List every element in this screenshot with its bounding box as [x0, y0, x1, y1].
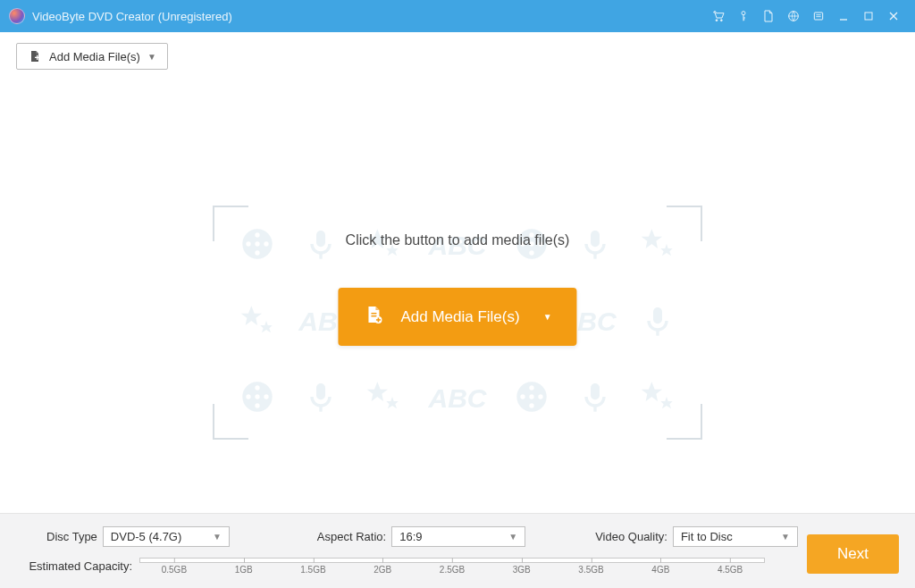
- svg-rect-32: [591, 231, 600, 247]
- stars-icon: [640, 226, 676, 265]
- svg-marker-36: [241, 306, 262, 325]
- capacity-bar: 0.5GB1GB1.5GB2GB2.5GB3GB3.5GB4GB4.5GB: [139, 558, 765, 574]
- film-reel-icon: [239, 226, 275, 265]
- video-quality-value: Fit to Disc: [681, 530, 733, 543]
- mic-icon: [303, 379, 339, 417]
- svg-point-18: [255, 250, 259, 255]
- svg-marker-35: [660, 244, 672, 256]
- capacity-tick: 0.5GB: [162, 565, 187, 575]
- svg-point-64: [538, 394, 542, 399]
- globe-icon[interactable]: [781, 4, 806, 29]
- svg-rect-74: [376, 319, 381, 321]
- svg-rect-56: [316, 383, 325, 399]
- mic-icon: [577, 226, 613, 265]
- svg-marker-34: [642, 229, 662, 248]
- svg-point-53: [246, 394, 250, 399]
- svg-rect-11: [865, 13, 872, 20]
- app-title: VideoByte DVD Creator (Unregistered): [32, 10, 232, 23]
- file-add-icon: [28, 49, 42, 63]
- svg-point-63: [520, 394, 525, 399]
- aspect-ratio-select[interactable]: 16:9 ▼: [391, 526, 525, 547]
- capacity-tick: 2.5GB: [440, 565, 465, 575]
- svg-rect-66: [591, 383, 600, 399]
- titlebar: VideoByte DVD Creator (Unregistered): [0, 0, 915, 32]
- disc-type-value: DVD-5 (4.7G): [111, 530, 181, 543]
- capacity-tick: 1.5GB: [300, 565, 325, 575]
- capacity-tick: 3.5GB: [578, 565, 603, 575]
- add-media-button-top[interactable]: Add Media File(s) ▼: [16, 43, 168, 70]
- cart-icon[interactable]: [706, 4, 731, 29]
- center-prompt: Click the button to add media file(s) Ad…: [338, 232, 576, 346]
- capacity-tick: 3GB: [513, 565, 531, 575]
- next-button[interactable]: Next: [807, 534, 899, 574]
- file-icon[interactable]: [756, 4, 781, 29]
- svg-point-62: [529, 403, 533, 407]
- capacity-tick: 2GB: [374, 565, 391, 575]
- mic-icon: [640, 303, 676, 341]
- stars-icon: [239, 303, 275, 341]
- capacity-tick: 4.5GB: [718, 565, 743, 575]
- svg-marker-68: [642, 382, 662, 401]
- svg-point-1: [720, 20, 722, 21]
- svg-point-16: [242, 229, 272, 258]
- bottom-bar: Disc Type DVD-5 (4.7G) ▼ Aspect Ratio: 1…: [0, 513, 915, 588]
- svg-point-54: [264, 394, 268, 399]
- add-media-top-label: Add Media File(s): [49, 50, 140, 63]
- video-quality-label: Video Quality:: [595, 530, 667, 543]
- svg-point-55: [255, 394, 259, 399]
- add-media-main-label: Add Media File(s): [400, 307, 519, 325]
- close-button[interactable]: [881, 4, 906, 29]
- svg-marker-59: [386, 397, 398, 408]
- stars-icon: [365, 379, 401, 417]
- svg-point-17: [255, 232, 259, 237]
- chevron-down-icon: ▼: [781, 532, 790, 542]
- svg-point-21: [255, 241, 259, 246]
- disc-type-select[interactable]: DVD-5 (4.7G) ▼: [103, 526, 230, 547]
- add-media-button-main[interactable]: Add Media File(s) ▼: [338, 288, 576, 346]
- mic-icon: [577, 379, 613, 417]
- svg-marker-69: [660, 397, 672, 408]
- abc-icon: ABC: [429, 383, 487, 414]
- aspect-ratio-label: Aspect Ratio:: [317, 530, 386, 543]
- svg-point-51: [255, 385, 259, 390]
- stars-icon: [640, 379, 676, 417]
- estimated-capacity-label: Estimated Capacity:: [16, 559, 132, 573]
- film-reel-icon: [239, 379, 275, 417]
- menu-icon[interactable]: [806, 4, 831, 29]
- toolbar: Add Media File(s) ▼: [0, 32, 915, 70]
- svg-rect-48: [653, 307, 662, 323]
- file-add-icon: [363, 304, 384, 330]
- bottom-settings-row: Disc Type DVD-5 (4.7G) ▼ Aspect Ratio: 1…: [16, 526, 899, 547]
- svg-point-60: [516, 382, 546, 411]
- svg-point-19: [246, 241, 250, 246]
- svg-point-50: [242, 382, 272, 411]
- chevron-down-icon: ▼: [213, 532, 222, 542]
- capacity-tick: 1GB: [235, 565, 253, 575]
- film-reel-icon: [514, 379, 550, 417]
- svg-rect-15: [37, 55, 38, 60]
- chevron-down-icon: ▼: [147, 52, 156, 62]
- disc-type-label: Disc Type: [46, 530, 97, 543]
- svg-point-52: [255, 403, 259, 407]
- next-button-label: Next: [837, 545, 869, 562]
- aspect-ratio-value: 16:9: [399, 530, 422, 543]
- maximize-button[interactable]: [856, 4, 881, 29]
- capacity-row: Estimated Capacity: 0.5GB1GB1.5GB2GB2.5G…: [16, 558, 899, 574]
- svg-point-2: [742, 12, 745, 15]
- chevron-down-icon: ▼: [508, 532, 517, 542]
- main-area: ABC ABC ABC ABC Click the button to add …: [0, 70, 915, 513]
- svg-rect-22: [316, 231, 325, 247]
- svg-point-61: [529, 385, 533, 390]
- key-icon[interactable]: [731, 4, 756, 29]
- video-quality-select[interactable]: Fit to Disc ▼: [673, 526, 798, 547]
- svg-rect-7: [814, 13, 822, 20]
- svg-marker-37: [260, 321, 272, 332]
- minimize-button[interactable]: [831, 4, 856, 29]
- chevron-down-icon: ▼: [543, 312, 552, 322]
- capacity-tick: 4GB: [651, 565, 669, 575]
- svg-point-0: [716, 20, 718, 21]
- prompt-text: Click the button to add media file(s): [338, 232, 576, 248]
- svg-marker-58: [367, 382, 388, 401]
- mic-icon: [303, 226, 339, 265]
- svg-point-65: [529, 394, 533, 399]
